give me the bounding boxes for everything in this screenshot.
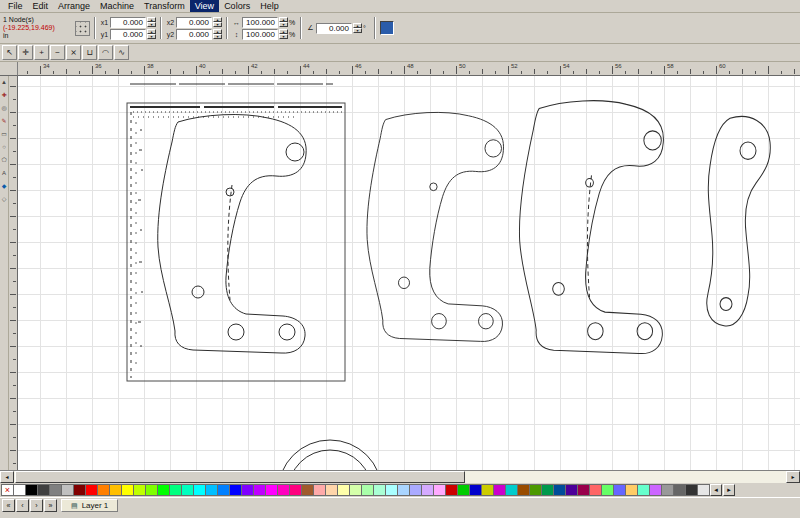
palette-swatch[interactable] bbox=[697, 484, 710, 496]
y1-field-decrement[interactable]: ▾ bbox=[147, 34, 156, 39]
node-tool-icon[interactable]: ✚ bbox=[0, 89, 9, 102]
freehand-tool-icon[interactable]: ✎ bbox=[0, 115, 9, 128]
scale-x-field[interactable]: 100.000 bbox=[242, 17, 278, 28]
x2-field-label: x2 bbox=[166, 19, 175, 26]
cursor-coordinates: (-19.225,19.469) bbox=[3, 24, 71, 32]
y1-field[interactable]: 0.000 bbox=[110, 29, 146, 40]
toolbar-separator bbox=[94, 17, 96, 39]
break-curve-icon[interactable]: ⨯ bbox=[66, 45, 81, 60]
ruler-tick bbox=[10, 242, 16, 243]
next-page-button[interactable]: › bbox=[30, 499, 43, 512]
delete-node-icon[interactable]: − bbox=[50, 45, 65, 60]
scroll-thumb[interactable] bbox=[15, 471, 465, 483]
x1-field-label: x1 bbox=[100, 19, 109, 26]
y1-field-label: y1 bbox=[100, 31, 109, 38]
ruler-tick bbox=[10, 346, 16, 347]
ruler-tick bbox=[599, 71, 600, 74]
palette-scroll-left[interactable]: ◂ bbox=[710, 484, 722, 496]
x1-field[interactable]: 0.000 bbox=[110, 17, 146, 28]
drawing-svg bbox=[18, 76, 800, 470]
scale-x-field-decrement[interactable]: ▾ bbox=[279, 22, 288, 27]
add-node-icon[interactable]: + bbox=[34, 45, 49, 60]
x2-field-decrement[interactable]: ▾ bbox=[213, 22, 222, 27]
horizontal-ruler[interactable]: 3436384042444648505254565860 bbox=[18, 62, 800, 76]
x2-field[interactable]: 0.000 bbox=[176, 17, 212, 28]
selection-info: 1 Node(s) (-19.225,19.469) in bbox=[3, 16, 71, 40]
ruler-tick bbox=[742, 69, 743, 74]
ruler-tick bbox=[10, 424, 16, 425]
ruler-number: 60 bbox=[719, 63, 726, 69]
scale-y-field-decrement[interactable]: ▾ bbox=[279, 34, 288, 39]
anchor-point-selector[interactable] bbox=[75, 21, 90, 36]
scan-frame bbox=[127, 84, 345, 381]
toolbar-separator bbox=[374, 17, 376, 39]
ruler-tick bbox=[326, 69, 327, 74]
text-tool-icon[interactable]: A bbox=[0, 167, 9, 180]
shape-edit-icon[interactable]: ✛ bbox=[18, 45, 33, 60]
scroll-right-button[interactable]: ▸ bbox=[786, 471, 800, 483]
menu-transform[interactable]: Transform bbox=[139, 0, 190, 12]
y2-field[interactable]: 0.000 bbox=[176, 29, 212, 40]
menu-view[interactable]: View bbox=[190, 0, 219, 12]
menu-edit[interactable]: Edit bbox=[28, 0, 54, 12]
ellipse-tool-icon[interactable]: ○ bbox=[0, 141, 9, 154]
ruler-number: 40 bbox=[199, 63, 206, 69]
toolbar-separator bbox=[226, 17, 228, 39]
ruler-tick bbox=[430, 69, 431, 74]
scale-x-field-unit: % bbox=[289, 19, 296, 26]
ruler-tick bbox=[287, 71, 288, 74]
ruler-tick bbox=[27, 71, 28, 74]
ruler-tick bbox=[482, 69, 483, 74]
fill-color-swatch[interactable] bbox=[380, 21, 394, 35]
prev-page-button[interactable]: ‹ bbox=[16, 499, 29, 512]
menu-arrange[interactable]: Arrange bbox=[53, 0, 95, 12]
zoom-tool-icon[interactable]: ◎ bbox=[0, 102, 9, 115]
rectangle-tool-icon[interactable]: ▭ bbox=[0, 128, 9, 141]
x1-field-decrement[interactable]: ▾ bbox=[147, 22, 156, 27]
ruler-number: 50 bbox=[459, 63, 466, 69]
horizontal-scrollbar[interactable]: ◂ ▸ bbox=[0, 470, 800, 483]
ruler-tick bbox=[10, 164, 16, 165]
y2-field-label: y2 bbox=[166, 31, 175, 38]
to-curve-icon[interactable]: ◠ bbox=[98, 45, 113, 60]
layer-icon: ▤ bbox=[71, 500, 78, 511]
menu-help[interactable]: Help bbox=[255, 0, 284, 12]
rotation-angle-field[interactable]: 0.000 bbox=[316, 23, 352, 34]
ruler-number: 36 bbox=[95, 63, 102, 69]
pick-tool-icon[interactable]: ▲ bbox=[0, 76, 9, 89]
first-page-button[interactable]: « bbox=[2, 499, 15, 512]
menu-file[interactable]: File bbox=[3, 0, 28, 12]
layer-tab[interactable]: ▤ Layer 1 bbox=[61, 499, 118, 512]
ruler-tick bbox=[274, 69, 275, 74]
join-nodes-icon[interactable]: ⊔ bbox=[82, 45, 97, 60]
select-arrow-icon[interactable]: ↖ bbox=[2, 45, 17, 60]
ruler-origin-button[interactable] bbox=[0, 62, 18, 76]
rotation-angle-field-decrement[interactable]: ▾ bbox=[353, 28, 362, 33]
smooth-node-icon[interactable]: ∿ bbox=[114, 45, 129, 60]
menu-machine[interactable]: Machine bbox=[95, 0, 139, 12]
scale-y-field-unit: % bbox=[289, 31, 296, 38]
bottom-circle-part bbox=[278, 440, 382, 470]
ruler-tick bbox=[417, 71, 418, 74]
ruler-number: 38 bbox=[147, 63, 154, 69]
ruler-tick bbox=[13, 463, 16, 464]
ruler-tick bbox=[612, 66, 613, 74]
y2-field-decrement[interactable]: ▾ bbox=[213, 34, 222, 39]
ruler-tick bbox=[638, 69, 639, 74]
outline-tool-icon[interactable]: ◇ bbox=[0, 193, 9, 206]
fill-tool-icon[interactable]: ◆ bbox=[0, 180, 9, 193]
ruler-number: 52 bbox=[511, 63, 518, 69]
menu-colors[interactable]: Colors bbox=[219, 0, 255, 12]
scroll-left-button[interactable]: ◂ bbox=[0, 471, 14, 483]
last-page-button[interactable]: » bbox=[44, 499, 57, 512]
ruler-tick bbox=[677, 71, 678, 74]
ruler-number: 54 bbox=[563, 63, 570, 69]
polygon-tool-icon[interactable]: ⬠ bbox=[0, 154, 9, 167]
ruler-tick bbox=[378, 69, 379, 74]
palette-scroll-right[interactable]: ▸ bbox=[723, 484, 735, 496]
ruler-tick bbox=[586, 69, 587, 74]
vertical-ruler[interactable] bbox=[9, 76, 18, 470]
scale-y-field[interactable]: 100.000 bbox=[242, 29, 278, 40]
bracket-part-1 bbox=[158, 115, 306, 354]
drawing-canvas[interactable] bbox=[18, 76, 800, 470]
